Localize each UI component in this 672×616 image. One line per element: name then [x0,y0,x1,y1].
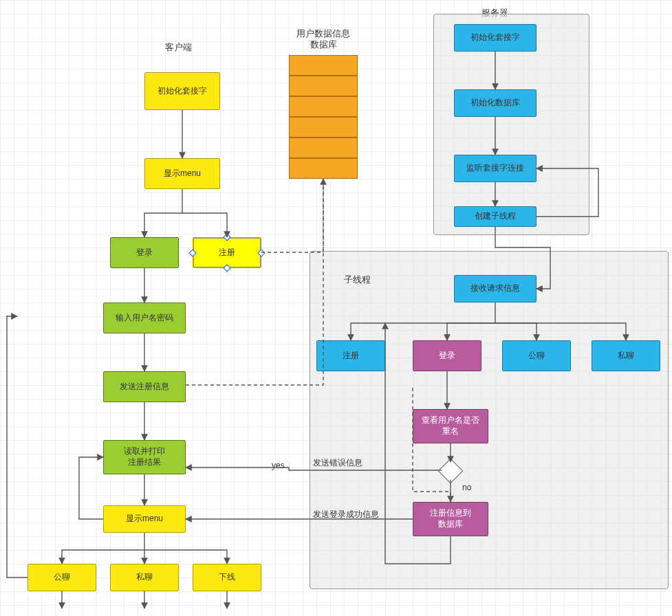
client-show-menu-2[interactable]: 显示menu [103,505,186,533]
client-send-reg[interactable]: 发送注册信息 [103,371,186,402]
userdb-cell-1 [289,55,358,76]
userdb-cell-2 [289,76,358,96]
label-send-err: 发送错误信息 [313,457,362,469]
userdb-cell-5 [289,138,358,158]
diagram-canvas: 客户端 服务器 用户数据信息 数据库 子线程 初始化套接字 显示menu 登录 … [0,0,672,616]
userdb-cell-4 [289,117,358,138]
sub-check-dup[interactable]: 查看用户名是否 重名 [413,409,488,443]
client-offline[interactable]: 下线 [193,564,261,591]
label-yes: yes [272,461,285,470]
server-create-thread[interactable]: 创建子线程 [454,206,536,227]
sub-login[interactable]: 登录 [413,340,481,371]
client-private-chat[interactable]: 私聊 [110,564,179,591]
sub-save-db[interactable]: 注册信息到 数据库 [413,502,488,536]
label-no: no [462,483,471,492]
userdb-label-l2: 数据库 [296,38,351,51]
userdb-cell-3 [289,96,358,117]
userdb-cell-6 [289,158,358,179]
label-send-ok: 发送登录成功信息 [313,509,379,520]
sub-recv[interactable]: 接收请求信息 [454,275,536,302]
sub-private-chat[interactable]: 私聊 [592,340,660,371]
sub-register[interactable]: 注册 [316,340,385,371]
client-read-print[interactable]: 读取并打印 注册结果 [103,440,186,474]
server-init-db[interactable]: 初始化数据库 [454,89,536,117]
client-group-label: 客户端 [165,41,192,54]
client-init-socket[interactable]: 初始化套接字 [144,72,220,110]
sub-public-chat[interactable]: 公聊 [502,340,571,371]
client-public-chat[interactable]: 公聊 [28,564,96,591]
server-init-socket[interactable]: 初始化套接字 [454,24,536,52]
subthread-group-label: 子线程 [344,274,371,286]
client-register[interactable]: 注册 [193,237,261,268]
client-show-menu-1[interactable]: 显示menu [144,158,220,189]
server-listen[interactable]: 监听套接字连接 [454,155,536,182]
client-input-userpass[interactable]: 输入用户名密码 [103,302,186,333]
client-login[interactable]: 登录 [110,237,179,268]
